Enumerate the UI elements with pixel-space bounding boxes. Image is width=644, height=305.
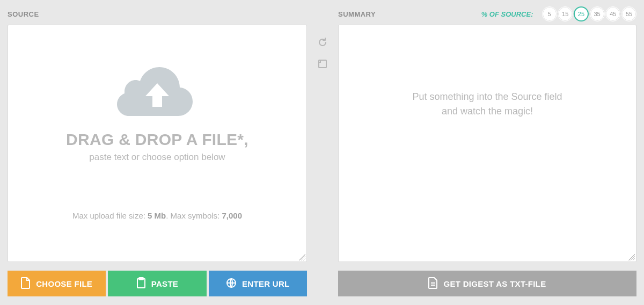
percent-step-25[interactable]: 25 bbox=[574, 6, 589, 21]
enter-url-button[interactable]: ENTER URL bbox=[209, 271, 307, 296]
resize-grip-icon[interactable] bbox=[299, 254, 305, 260]
resize-grip-icon[interactable] bbox=[628, 254, 635, 260]
summary-column: SUMMARY % OF SOURCE: 51525354555 Put som… bbox=[338, 6, 636, 296]
source-dropzone[interactable]: DRAG & DROP A FILE*, paste text or choos… bbox=[8, 25, 307, 262]
summary-label: SUMMARY bbox=[338, 10, 376, 18]
summary-actions: GET DIGEST AS TXT-FILE bbox=[338, 271, 636, 296]
cloud-download-icon bbox=[117, 63, 197, 121]
source-actions: CHOOSE FILE PASTE ENTER URL bbox=[8, 271, 307, 296]
summary-placeholder: Put something into the Source field and … bbox=[391, 90, 583, 119]
summary-output[interactable]: Put something into the Source field and … bbox=[338, 25, 636, 262]
tool-column bbox=[314, 6, 331, 296]
limits-size: 5 Mb bbox=[148, 211, 166, 220]
upload-limits: Max upload file size: 5 Mb. Max symbols:… bbox=[72, 211, 242, 220]
file-icon bbox=[21, 277, 31, 291]
choose-file-label: CHOOSE FILE bbox=[36, 279, 92, 288]
percent-step-55[interactable]: 55 bbox=[621, 6, 636, 21]
percent-step-45[interactable]: 45 bbox=[605, 6, 620, 21]
source-column: SOURCE DRAG & DROP A FILE*, paste text o… bbox=[8, 6, 307, 296]
paste-label: PASTE bbox=[151, 279, 178, 288]
copy-icon[interactable] bbox=[317, 58, 328, 70]
percent-step-35[interactable]: 35 bbox=[590, 6, 605, 21]
paste-button[interactable]: PASTE bbox=[108, 271, 206, 296]
percent-step-15[interactable]: 15 bbox=[558, 6, 573, 21]
document-icon bbox=[428, 277, 438, 291]
dropzone-title: DRAG & DROP A FILE*, bbox=[66, 130, 248, 149]
refresh-icon[interactable] bbox=[317, 37, 328, 48]
download-txt-label: GET DIGEST AS TXT-FILE bbox=[443, 279, 546, 288]
percent-slider: 51525354555 bbox=[542, 6, 637, 21]
limits-mid: . Max symbols: bbox=[166, 211, 222, 220]
summary-placeholder-line1: Put something into the Source field bbox=[412, 91, 562, 102]
limits-symbols: 7,000 bbox=[222, 211, 242, 220]
percent-step-5[interactable]: 5 bbox=[542, 6, 557, 21]
source-label: SOURCE bbox=[8, 10, 39, 18]
globe-icon bbox=[226, 278, 237, 290]
limits-prefix: Max upload file size: bbox=[72, 211, 148, 220]
download-txt-button[interactable]: GET DIGEST AS TXT-FILE bbox=[338, 271, 636, 296]
choose-file-button[interactable]: CHOOSE FILE bbox=[8, 271, 106, 296]
clipboard-icon bbox=[136, 277, 146, 291]
enter-url-label: ENTER URL bbox=[242, 279, 290, 288]
percent-of-source-label: % OF SOURCE: bbox=[481, 10, 533, 18]
dropzone-subtitle: paste text or choose option below bbox=[89, 152, 225, 163]
summary-placeholder-line2: and watch the magic! bbox=[442, 106, 533, 117]
